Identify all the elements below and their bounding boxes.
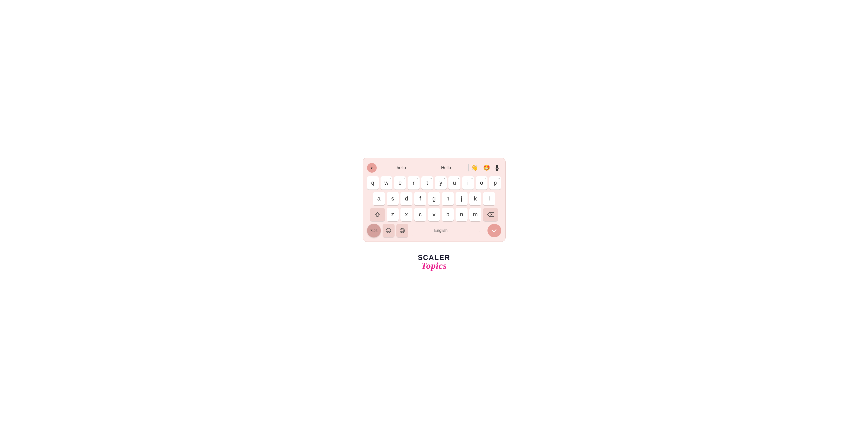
num-hint-5: 5 [431, 177, 432, 180]
svg-rect-0 [496, 165, 498, 169]
key-p[interactable]: 0 p [489, 176, 501, 190]
key-w[interactable]: 2 w [380, 176, 392, 190]
num-hint-2: 2 [390, 177, 391, 180]
key-t[interactable]: 5 t [422, 176, 433, 190]
key-x[interactable]: x [400, 208, 412, 221]
enter-button[interactable] [488, 224, 501, 237]
backspace-icon [487, 212, 494, 217]
shift-button[interactable] [370, 208, 385, 221]
suggestion-hugging-emoji[interactable]: 🤩 [480, 165, 493, 171]
mic-button[interactable] [493, 165, 501, 171]
key-m[interactable]: m [469, 208, 482, 221]
key-d[interactable]: d [400, 192, 412, 205]
num-hint-8: 8 [471, 177, 473, 180]
num-hint-0: 0 [498, 177, 500, 180]
logo-container: SCALER Topics [418, 254, 450, 270]
key-n[interactable]: n [456, 208, 468, 221]
svg-point-10 [401, 228, 403, 233]
period-label: . [479, 228, 480, 234]
key-s[interactable]: s [386, 192, 399, 205]
key-e[interactable]: 3 e [394, 176, 406, 190]
num-hint-9: 9 [485, 177, 486, 180]
key-row-2: a s d f g h j k l [367, 192, 501, 205]
page-wrapper: hello Hello 👋 🤩 1 [363, 158, 505, 270]
globe-button[interactable] [396, 224, 408, 237]
emoji-button[interactable]: , [382, 224, 395, 237]
key-row-1: 1 q 2 w 3 e 4 r 5 t 6 y [367, 176, 501, 190]
backspace-button[interactable] [483, 208, 498, 221]
numbers-label: ?123 [370, 229, 377, 233]
key-j[interactable]: j [456, 192, 468, 205]
key-f[interactable]: f [414, 192, 426, 205]
suggestions-words: hello Hello 👋 🤩 [379, 164, 501, 171]
key-row-3: z x c v b n m [367, 208, 501, 221]
key-a[interactable]: a [373, 192, 385, 205]
svg-point-9 [400, 228, 405, 233]
key-z[interactable]: z [386, 208, 399, 221]
num-hint-7: 7 [458, 177, 459, 180]
key-u[interactable]: 7 u [448, 176, 460, 190]
key-y[interactable]: 6 y [435, 176, 446, 190]
key-k[interactable]: k [469, 192, 482, 205]
key-c[interactable]: c [414, 208, 426, 221]
key-i[interactable]: 8 i [462, 176, 474, 190]
period-button[interactable]: . [474, 224, 486, 237]
keyboard: hello Hello 👋 🤩 1 [363, 158, 505, 242]
expand-button[interactable] [367, 163, 377, 173]
key-row-bottom: ?123 , [367, 224, 501, 237]
spacebar-label: English [434, 228, 447, 233]
key-b[interactable]: b [442, 208, 454, 221]
num-hint-3: 3 [403, 177, 405, 180]
suggestion-wave-emoji[interactable]: 👋 [469, 165, 480, 171]
key-q[interactable]: 1 q [367, 176, 379, 190]
suggestion-hello-lower[interactable]: hello [379, 164, 424, 171]
logo-topics-text: Topics [421, 261, 447, 270]
checkmark-icon [492, 228, 497, 233]
key-l[interactable]: l [483, 192, 495, 205]
logo-scaler-text: SCALER [418, 254, 450, 261]
num-hint-1: 1 [376, 177, 377, 180]
svg-point-6 [388, 230, 388, 230]
key-h[interactable]: h [442, 192, 454, 205]
key-g[interactable]: g [428, 192, 440, 205]
numbers-button[interactable]: ?123 [367, 224, 381, 237]
suggestion-hello-upper[interactable]: Hello [424, 164, 468, 171]
suggestions-row: hello Hello 👋 🤩 [367, 162, 501, 174]
spacebar-button[interactable]: English [410, 224, 472, 237]
key-v[interactable]: v [428, 208, 440, 221]
svg-text:,: , [388, 231, 389, 233]
key-o[interactable]: 9 o [476, 176, 488, 190]
num-hint-4: 4 [417, 177, 418, 180]
svg-point-7 [389, 230, 390, 230]
num-hint-6: 6 [444, 177, 445, 180]
key-r[interactable]: 4 r [408, 176, 419, 190]
